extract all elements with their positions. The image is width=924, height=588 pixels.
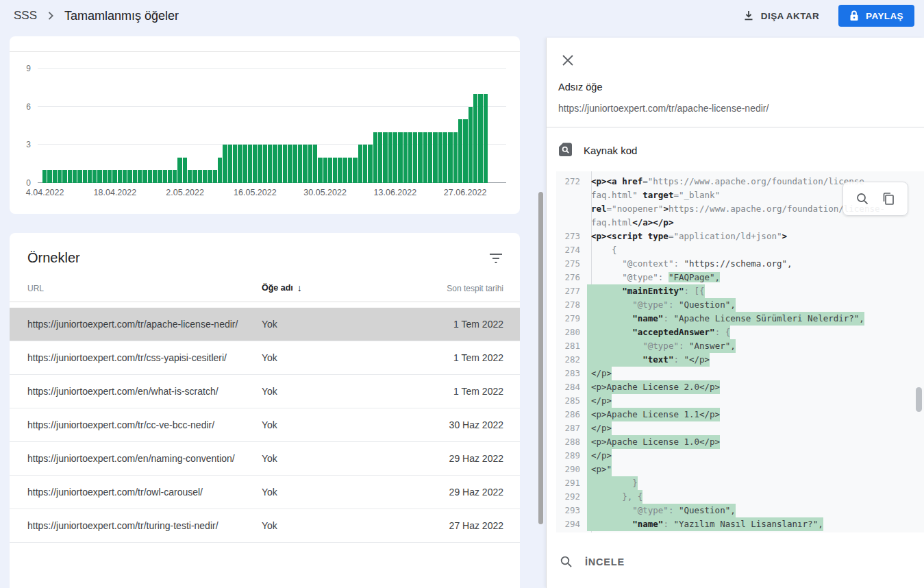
chart-bar[interactable] — [484, 94, 488, 183]
chart-bar[interactable] — [228, 145, 232, 183]
chart-bar[interactable] — [303, 145, 307, 183]
chart-bar[interactable] — [383, 132, 387, 183]
table-row[interactable]: https://juniortoexpert.com/tr/css-yapisi… — [10, 341, 520, 375]
chart-bar[interactable] — [53, 170, 57, 183]
chart-bar[interactable] — [218, 158, 222, 183]
chart-bar[interactable] — [288, 145, 292, 183]
chart-bar[interactable] — [473, 94, 477, 183]
chart-bar[interactable] — [208, 170, 212, 183]
chart-bar[interactable] — [123, 170, 127, 183]
chart-bar[interactable] — [403, 132, 408, 183]
chart-bar[interactable] — [368, 145, 372, 183]
breadcrumb-root[interactable]: SSS — [14, 9, 37, 23]
chart-bar[interactable] — [62, 170, 66, 183]
chart-bar[interactable] — [58, 170, 62, 183]
chart-bar[interactable] — [263, 145, 267, 183]
chart-bar[interactable] — [83, 170, 87, 183]
chart-bar[interactable] — [413, 132, 417, 183]
code-scrollbar-thumb[interactable] — [916, 387, 922, 412]
table-row[interactable]: https://juniortoexpert.com/en/what-is-sc… — [10, 375, 520, 408]
chart-bar[interactable] — [408, 132, 412, 183]
chart-bar[interactable] — [469, 107, 473, 183]
chart-bar[interactable] — [278, 145, 282, 183]
chart-bar[interactable] — [213, 170, 217, 183]
chart-bar[interactable] — [73, 170, 77, 183]
source-code-viewer[interactable]: 272<p><a href="https://www.apache.org/fo… — [556, 171, 924, 532]
chart-bar[interactable] — [168, 170, 172, 183]
chart-bar[interactable] — [127, 170, 132, 183]
chart-bar[interactable] — [293, 145, 297, 183]
chart-bar[interactable] — [118, 170, 122, 183]
chart-bar[interactable] — [238, 145, 242, 183]
chart-bar[interactable] — [478, 94, 482, 183]
chart-bar[interactable] — [323, 158, 327, 183]
chart-bar[interactable] — [88, 170, 92, 183]
chart-bar[interactable] — [428, 132, 432, 183]
chart-bar[interactable] — [453, 132, 458, 183]
chart-bar[interactable] — [268, 145, 272, 183]
chart-bar[interactable] — [248, 145, 252, 183]
chart-bar[interactable] — [393, 132, 397, 183]
table-row[interactable]: https://juniortoexpert.com/tr/apache-lic… — [10, 308, 520, 341]
search-in-code-button[interactable] — [854, 191, 871, 207]
chart-bar[interactable] — [177, 158, 182, 183]
last-detected-column-header[interactable]: Son tespit tarihi — [378, 284, 503, 293]
chart-bar[interactable] — [273, 145, 277, 183]
chart-bar[interactable] — [258, 145, 262, 183]
chart-bar[interactable] — [298, 145, 302, 183]
chart-bar[interactable] — [42, 170, 47, 183]
chart-bar[interactable] — [363, 145, 367, 183]
chart-bar[interactable] — [253, 145, 257, 183]
item-name-column-header[interactable]: Öğe adı ↓ — [262, 282, 378, 293]
chart-bar[interactable] — [203, 170, 207, 183]
chart-bar[interactable] — [192, 170, 197, 183]
chart-bar[interactable] — [463, 119, 467, 183]
chart-bar[interactable] — [183, 158, 187, 183]
share-button[interactable]: PAYLAŞ — [838, 5, 914, 27]
chart-bar[interactable] — [443, 132, 447, 183]
chart-bar[interactable] — [343, 158, 347, 183]
chart-bar[interactable] — [173, 170, 177, 183]
url-column-header[interactable]: URL — [27, 284, 253, 293]
copy-code-button[interactable] — [880, 191, 897, 207]
chart-bar[interactable] — [158, 170, 162, 183]
chart-bar[interactable] — [353, 158, 357, 183]
chart-bar[interactable] — [103, 170, 107, 183]
chart-bar[interactable] — [142, 170, 147, 183]
chart-bar[interactable] — [318, 158, 322, 183]
chart-bar[interactable] — [283, 145, 287, 183]
filter-button[interactable] — [488, 252, 503, 265]
chart-bar[interactable] — [313, 145, 317, 183]
inspect-button[interactable]: İNCELE — [560, 555, 625, 568]
chart-bar[interactable] — [47, 170, 51, 183]
table-row[interactable]: https://juniortoexpert.com/tr/owl-carous… — [10, 476, 520, 509]
table-row[interactable]: https://juniortoexpert.com/tr/turing-tes… — [10, 509, 520, 543]
chart-bar[interactable] — [448, 132, 452, 183]
chart-bar[interactable] — [423, 132, 427, 183]
chart-bar[interactable] — [92, 170, 97, 183]
chart-bar[interactable] — [458, 119, 462, 183]
chart-bar[interactable] — [398, 132, 402, 183]
chart-bar[interactable] — [388, 132, 392, 183]
chart-bar[interactable] — [112, 170, 116, 183]
chart-bar[interactable] — [223, 145, 227, 183]
chart-bar[interactable] — [433, 132, 437, 183]
chart-bar[interactable] — [378, 132, 382, 183]
chart-bar[interactable] — [373, 132, 377, 183]
chart-bar[interactable] — [308, 145, 312, 183]
chart-bar[interactable] — [77, 170, 82, 183]
chart-bar[interactable] — [358, 145, 362, 183]
chart-bar[interactable] — [328, 158, 332, 183]
chart-bar[interactable] — [338, 158, 342, 183]
chart-bar[interactable] — [133, 170, 137, 183]
table-row[interactable]: https://juniortoexpert.com/tr/cc-ve-bcc-… — [10, 408, 520, 442]
chart-bar[interactable] — [153, 170, 157, 183]
chart-bar[interactable] — [438, 132, 442, 183]
table-row[interactable]: https://juniortoexpert.com/en/naming-con… — [10, 442, 520, 476]
chart-bar[interactable] — [138, 170, 142, 183]
export-button[interactable]: DIŞA AKTAR — [743, 10, 819, 21]
chart-bar[interactable] — [188, 170, 192, 183]
chart-bar[interactable] — [243, 145, 247, 183]
chart-bar[interactable] — [97, 170, 101, 183]
close-panel-button[interactable] — [560, 52, 576, 69]
